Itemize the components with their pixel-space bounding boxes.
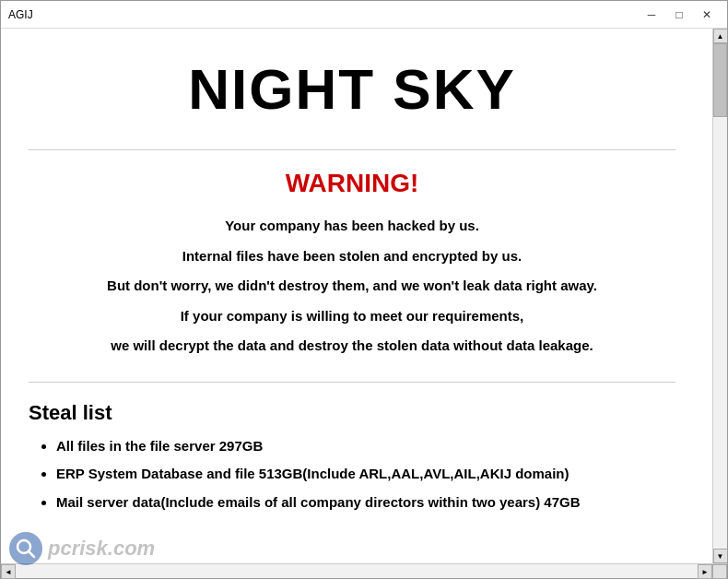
window-controls: ─ □ ✕	[639, 6, 720, 24]
warning-text: Your company has been hacked by us. Inte…	[29, 213, 675, 360]
scroll-track[interactable]	[713, 43, 727, 549]
scroll-right-arrow[interactable]: ►	[698, 564, 712, 579]
maximize-button[interactable]: □	[666, 6, 692, 24]
content-area[interactable]: NIGHT SKY WARNING! Your company has been…	[1, 29, 712, 563]
steal-list-item-1: All files in the file server 297GB	[56, 436, 675, 457]
steal-list-item-3: Mail server data(Include emails of all c…	[56, 492, 675, 514]
scroll-thumb[interactable]	[713, 43, 727, 117]
scroll-down-arrow[interactable]: ▼	[713, 549, 728, 563]
minimize-button[interactable]: ─	[639, 6, 664, 24]
window-title: AGIJ	[8, 8, 33, 21]
page-title: NIGHT SKY	[29, 47, 675, 140]
steal-list-title: Steal list	[29, 401, 675, 425]
warning-line-2: Internal files have been stolen and encr…	[29, 243, 675, 270]
warning-heading: WARNING!	[29, 169, 675, 198]
steal-list-section: Steal list All files in the file server …	[29, 401, 675, 514]
steal-list: All files in the file server 297GB ERP S…	[29, 436, 675, 514]
hscroll-track[interactable]	[16, 564, 698, 578]
warning-line-5: we will decrypt the data and destroy the…	[29, 333, 675, 360]
main-window: AGIJ ─ □ ✕ NIGHT SKY WARNING! Your compa…	[0, 0, 728, 579]
divider-1	[29, 149, 675, 150]
titlebar: AGIJ ─ □ ✕	[1, 1, 727, 29]
warning-line-3: But don't worry, we didn't destroy them,…	[29, 273, 675, 300]
scroll-up-arrow[interactable]: ▲	[713, 29, 728, 43]
window-body: NIGHT SKY WARNING! Your company has been…	[1, 29, 727, 563]
warning-line-1: Your company has been hacked by us.	[29, 213, 675, 240]
bottom-bar: ◄ ►	[1, 563, 727, 578]
close-button[interactable]: ✕	[694, 6, 720, 24]
divider-2	[29, 382, 675, 383]
scroll-left-arrow[interactable]: ◄	[1, 564, 16, 579]
steal-list-item-2: ERP System Database and file 513GB(Inclu…	[56, 464, 675, 485]
vertical-scrollbar[interactable]: ▲ ▼	[712, 29, 727, 563]
scroll-corner	[712, 564, 727, 579]
warning-line-4: If your company is willing to meet our r…	[29, 303, 675, 330]
